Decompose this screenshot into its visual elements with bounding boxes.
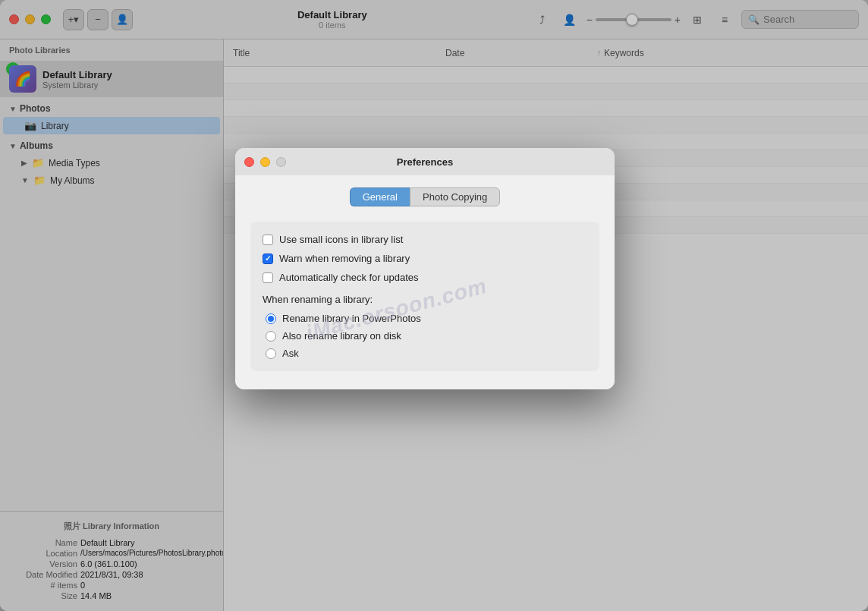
dialog-body: General Photo Copying Use small icons in…: [235, 175, 615, 389]
radio-group: Rename library in PowerPhotos Also renam…: [266, 313, 587, 359]
auto-check-checkbox[interactable]: [263, 272, 273, 283]
rename-section-label: When renaming a library:: [263, 294, 587, 305]
warn-removing-checkbox[interactable]: ✓: [263, 254, 273, 264]
use-small-icons-row[interactable]: Use small icons in library list: [263, 234, 587, 245]
warn-removing-label: Warn when removing a library: [279, 253, 410, 264]
dialog-tabs: General Photo Copying: [250, 187, 599, 206]
dialog-close-button[interactable]: [244, 157, 254, 167]
dialog-overlay: Preferences General Photo Copying Use sm…: [0, 0, 868, 611]
warn-removing-row[interactable]: ✓ Warn when removing a library: [263, 253, 587, 264]
preferences-dialog: Preferences General Photo Copying Use sm…: [235, 148, 615, 389]
radio-rename-powerphotos-btn[interactable]: [266, 313, 276, 324]
dialog-maximize-button[interactable]: [276, 157, 286, 167]
use-small-icons-checkbox[interactable]: [263, 235, 273, 245]
radio-dot: [268, 316, 274, 322]
radio-rename-disk-label: Also rename library on disk: [282, 330, 401, 342]
radio-ask[interactable]: Ask: [266, 348, 587, 359]
dialog-title: Preferences: [397, 156, 453, 168]
dialog-traffic-lights: [244, 157, 286, 167]
radio-rename-disk[interactable]: Also rename library on disk: [266, 330, 587, 342]
dialog-options: Use small icons in library list ✓ Warn w…: [250, 222, 599, 371]
dialog-titlebar: Preferences: [235, 148, 615, 175]
dialog-minimize-button[interactable]: [260, 157, 270, 167]
radio-ask-btn[interactable]: [266, 348, 276, 359]
radio-rename-powerphotos-label: Rename library in PowerPhotos: [282, 313, 421, 324]
radio-rename-disk-btn[interactable]: [266, 331, 276, 342]
use-small-icons-label: Use small icons in library list: [279, 234, 403, 245]
radio-ask-label: Ask: [282, 348, 299, 359]
auto-check-label: Automatically check for updates: [279, 272, 419, 283]
checkbox-check-icon: ✓: [265, 254, 271, 263]
tab-general[interactable]: General: [350, 187, 410, 206]
tab-photo-copying[interactable]: Photo Copying: [410, 187, 500, 206]
auto-check-row[interactable]: Automatically check for updates: [263, 272, 587, 283]
radio-rename-powerphotos[interactable]: Rename library in PowerPhotos: [266, 313, 587, 324]
